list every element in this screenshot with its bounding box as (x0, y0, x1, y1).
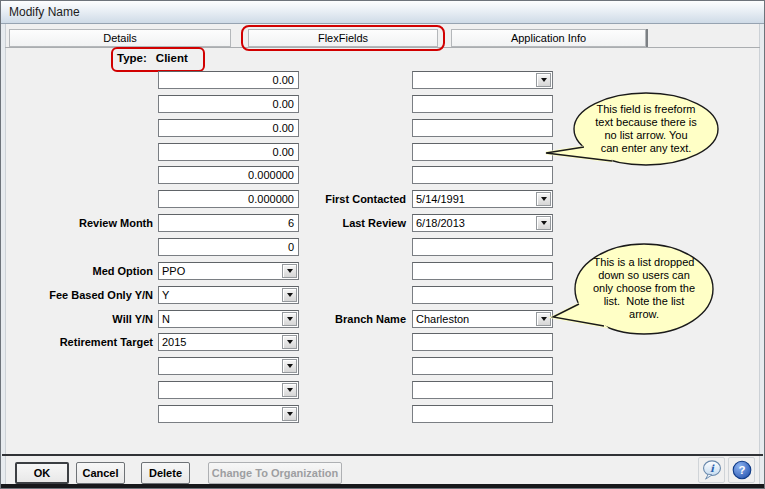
callout-line: text because there is (566, 116, 726, 129)
callout-freeform-text-body: This field is freeformtext because there… (566, 103, 726, 155)
down-triangle-icon (287, 388, 293, 392)
flexfield-left-15-dropdown[interactable] (158, 405, 299, 423)
flexfield-right-1-dropdown[interactable] (412, 71, 553, 89)
retirement-target-dropdown[interactable]: 2015 (158, 333, 299, 351)
info-button[interactable]: i (698, 457, 725, 483)
flexfield-left-2-input[interactable]: 0.00 (158, 95, 299, 113)
flexfield-left-5-input[interactable]: 0.000000 (158, 166, 299, 184)
callout-freeform-text: This field is freeformtext because there… (534, 89, 726, 177)
tab-details[interactable]: Details (9, 29, 231, 47)
flexfield-right-3-input[interactable] (412, 119, 553, 137)
callout-dropdown-list-body: This is a list droppeddown so users cano… (569, 256, 719, 321)
down-triangle-icon (287, 412, 293, 416)
dropdown-arrow-icon[interactable] (536, 73, 551, 87)
tab-flexfields[interactable]: FlexFields (248, 29, 438, 47)
last-review-dropdown[interactable]: 6/18/2013 (412, 214, 553, 232)
type-field: Type: Client (117, 49, 188, 67)
flexfield-right-12-input[interactable] (412, 333, 553, 351)
flexfield-left-13-value (159, 358, 281, 374)
flexfield-right-13-input[interactable] (412, 357, 553, 375)
dropdown-arrow-icon[interactable] (536, 192, 551, 206)
flexfield-left-8-input[interactable]: 0 (158, 238, 299, 256)
cancel-button[interactable]: Cancel (76, 462, 125, 484)
window-frame-left (1, 24, 6, 484)
change-to-organization-button[interactable]: Change To Organization (208, 462, 342, 484)
callout-line: only choose from the (569, 282, 719, 295)
delete-button[interactable]: Delete (141, 462, 190, 484)
footer-separator (2, 454, 763, 456)
flexfield-right-2-input[interactable] (412, 95, 553, 113)
branch-name-label: Branch Name (257, 310, 406, 328)
retirement-target-value: 2015 (159, 334, 281, 350)
flexfield-right-8-input[interactable] (412, 238, 553, 256)
fee-based-only-y-n-dropdown[interactable]: Y (158, 286, 299, 304)
callout-line: can enter any text. (566, 142, 726, 155)
dropdown-arrow-icon[interactable] (282, 288, 297, 302)
titlebar: Modify Name (1, 1, 764, 24)
flexfield-right-5-input[interactable] (412, 166, 553, 184)
flexfield-left-4-input[interactable]: 0.00 (158, 143, 299, 161)
info-balloon-icon: i (701, 459, 723, 481)
down-triangle-icon (287, 269, 293, 273)
med-option-label: Med Option (3, 262, 153, 280)
down-triangle-icon (541, 221, 547, 225)
down-triangle-icon (287, 340, 293, 344)
type-value: Client (156, 49, 188, 67)
callout-line: down so users can (569, 269, 719, 282)
dropdown-arrow-icon[interactable] (282, 335, 297, 349)
dropdown-arrow-icon[interactable] (282, 359, 297, 373)
flexfield-left-1-input[interactable]: 0.00 (158, 71, 299, 89)
down-triangle-icon (541, 197, 547, 201)
fee-based-only-y-n-value: Y (159, 287, 281, 303)
first-contacted-dropdown[interactable]: 5/14/1991 (412, 190, 553, 208)
first-contacted-label: First Contacted (257, 190, 406, 208)
tabstrip-edge (646, 29, 648, 47)
flexfield-right-15-input[interactable] (412, 405, 553, 423)
window-title: Modify Name (9, 5, 80, 19)
review-month-label: Review Month (3, 214, 153, 232)
tab-application-info[interactable]: Application Info (451, 29, 646, 47)
modify-name-dialog: Modify Name Details FlexFields Applicati… (0, 0, 765, 489)
tabstrip-baseline (5, 47, 760, 48)
dropdown-arrow-icon[interactable] (282, 383, 297, 397)
window-frame-bottom (1, 484, 764, 488)
flexfield-left-15-value (159, 406, 281, 422)
med-option-dropdown[interactable]: PPO (158, 262, 299, 280)
help-icon: ? (731, 459, 753, 481)
dropdown-arrow-icon[interactable] (282, 407, 297, 421)
flexfield-right-4-input[interactable] (412, 143, 553, 161)
flexfield-left-14-dropdown[interactable] (158, 381, 299, 399)
callout-line: This is a list dropped (569, 256, 719, 269)
flexfield-right-14-input[interactable] (412, 381, 553, 399)
first-contacted-value: 5/14/1991 (413, 191, 535, 207)
flexfield-right-10-input[interactable] (412, 286, 553, 304)
callout-line: list. Note the list (569, 295, 719, 308)
down-triangle-icon (287, 364, 293, 368)
svg-text:?: ? (738, 464, 745, 476)
fee-based-only-y-n-label: Fee Based Only Y/N (3, 286, 153, 304)
branch-name-value: Charleston (413, 311, 535, 327)
ok-button[interactable]: OK (15, 462, 69, 484)
flexfield-left-13-dropdown[interactable] (158, 357, 299, 375)
will-y-n-label: Will Y/N (3, 310, 153, 328)
flexfield-left-14-value (159, 382, 281, 398)
help-button[interactable]: ? (728, 457, 755, 483)
flexfield-left-3-input[interactable]: 0.00 (158, 119, 299, 137)
retirement-target-label: Retirement Target (3, 333, 153, 351)
flexfield-right-1-value (413, 72, 535, 88)
last-review-label: Last Review (257, 214, 406, 232)
window-frame-right (759, 24, 764, 484)
dropdown-arrow-icon[interactable] (536, 216, 551, 230)
down-triangle-icon (287, 293, 293, 297)
flexfield-right-9-input[interactable] (412, 262, 553, 280)
med-option-value: PPO (159, 263, 281, 279)
callout-line: This field is freeform (566, 103, 726, 116)
dropdown-arrow-icon[interactable] (282, 264, 297, 278)
callout-dropdown-list: This is a list droppeddown so users cano… (539, 241, 727, 339)
last-review-value: 6/18/2013 (413, 215, 535, 231)
branch-name-dropdown[interactable]: Charleston (412, 310, 553, 328)
callout-line: no list arrow. You (566, 129, 726, 142)
callout-line: arrow. (569, 308, 719, 321)
type-label: Type: (117, 49, 147, 67)
down-triangle-icon (541, 78, 547, 82)
